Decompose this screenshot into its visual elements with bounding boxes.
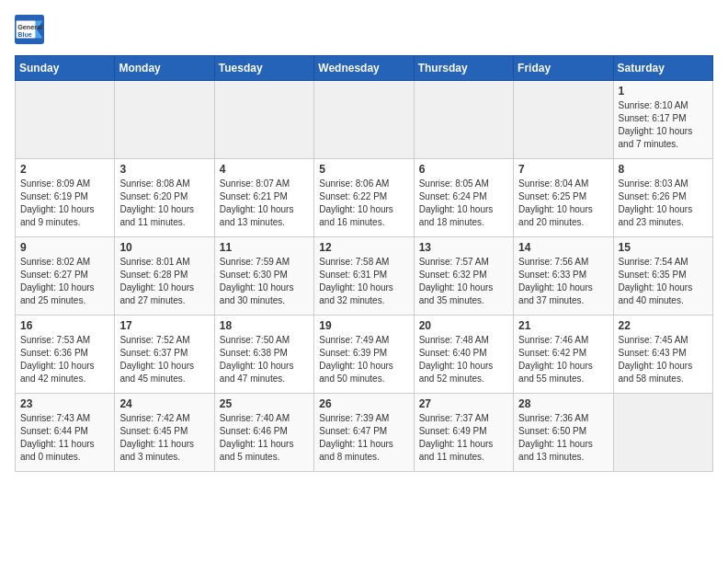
day-info: Sunrise: 7:53 AM Sunset: 6:36 PM Dayligh… <box>20 334 109 385</box>
day-number: 2 <box>20 163 109 176</box>
day-number: 19 <box>319 319 408 332</box>
day-number: 3 <box>119 163 209 176</box>
day-info: Sunrise: 8:08 AM Sunset: 6:20 PM Dayligh… <box>119 178 209 229</box>
calendar-cell: 1Sunrise: 8:10 AM Sunset: 6:17 PM Daylig… <box>613 81 712 159</box>
day-number: 25 <box>220 397 309 410</box>
day-info: Sunrise: 8:07 AM Sunset: 6:21 PM Dayligh… <box>220 178 309 229</box>
calendar-cell <box>16 81 115 159</box>
day-info: Sunrise: 8:05 AM Sunset: 6:24 PM Dayligh… <box>419 178 508 229</box>
day-number: 4 <box>220 163 309 176</box>
day-info: Sunrise: 7:39 AM Sunset: 6:47 PM Dayligh… <box>319 412 408 464</box>
day-number: 12 <box>319 241 408 254</box>
day-info: Sunrise: 7:40 AM Sunset: 6:46 PM Dayligh… <box>220 412 309 464</box>
day-info: Sunrise: 8:09 AM Sunset: 6:19 PM Dayligh… <box>20 178 109 229</box>
calendar-cell: 17Sunrise: 7:52 AM Sunset: 6:37 PM Dayli… <box>115 316 214 394</box>
calendar-cell: 8Sunrise: 8:03 AM Sunset: 6:26 PM Daylig… <box>613 159 712 237</box>
day-number: 21 <box>518 319 608 332</box>
day-info: Sunrise: 8:02 AM Sunset: 6:27 PM Dayligh… <box>20 256 109 307</box>
calendar-cell: 20Sunrise: 7:48 AM Sunset: 6:40 PM Dayli… <box>414 316 513 394</box>
weekday-header-monday: Monday <box>115 56 214 81</box>
day-number: 23 <box>20 397 109 410</box>
day-number: 9 <box>20 241 109 254</box>
calendar-cell: 2Sunrise: 8:09 AM Sunset: 6:19 PM Daylig… <box>16 159 115 237</box>
day-number: 14 <box>518 241 608 254</box>
calendar-cell: 19Sunrise: 7:49 AM Sunset: 6:39 PM Dayli… <box>314 316 414 394</box>
day-number: 10 <box>119 241 209 254</box>
calendar-cell: 21Sunrise: 7:46 AM Sunset: 6:42 PM Dayli… <box>514 316 613 394</box>
day-info: Sunrise: 7:43 AM Sunset: 6:44 PM Dayligh… <box>20 412 109 464</box>
calendar-cell: 12Sunrise: 7:58 AM Sunset: 6:31 PM Dayli… <box>314 237 414 316</box>
calendar-cell <box>314 81 414 159</box>
calendar-cell: 28Sunrise: 7:36 AM Sunset: 6:50 PM Dayli… <box>514 394 613 472</box>
day-info: Sunrise: 7:36 AM Sunset: 6:50 PM Dayligh… <box>518 412 608 464</box>
day-number: 20 <box>419 319 508 332</box>
calendar-cell: 24Sunrise: 7:42 AM Sunset: 6:45 PM Dayli… <box>115 394 214 472</box>
calendar-cell: 13Sunrise: 7:57 AM Sunset: 6:32 PM Dayli… <box>414 237 513 316</box>
day-info: Sunrise: 8:10 AM Sunset: 6:17 PM Dayligh… <box>619 99 708 151</box>
day-info: Sunrise: 7:59 AM Sunset: 6:30 PM Dayligh… <box>220 256 309 307</box>
calendar-cell <box>115 81 214 159</box>
weekday-header-tuesday: Tuesday <box>214 56 313 81</box>
day-number: 22 <box>619 319 708 332</box>
day-info: Sunrise: 7:42 AM Sunset: 6:45 PM Dayligh… <box>119 412 209 464</box>
weekday-header-friday: Friday <box>514 56 613 81</box>
calendar-cell: 25Sunrise: 7:40 AM Sunset: 6:46 PM Dayli… <box>214 394 313 472</box>
day-info: Sunrise: 7:57 AM Sunset: 6:32 PM Dayligh… <box>419 256 508 307</box>
weekday-header-saturday: Saturday <box>613 56 712 81</box>
calendar-cell <box>613 394 712 472</box>
day-number: 24 <box>119 397 209 410</box>
weekday-header-thursday: Thursday <box>414 56 513 81</box>
day-number: 17 <box>119 319 209 332</box>
calendar-cell: 7Sunrise: 8:04 AM Sunset: 6:25 PM Daylig… <box>514 159 613 237</box>
day-info: Sunrise: 8:03 AM Sunset: 6:26 PM Dayligh… <box>619 178 708 229</box>
day-number: 11 <box>220 241 309 254</box>
day-number: 5 <box>319 163 408 176</box>
page-header: General Blue <box>15 15 713 44</box>
calendar-cell <box>214 81 313 159</box>
svg-text:Blue: Blue <box>17 30 32 39</box>
calendar-cell: 23Sunrise: 7:43 AM Sunset: 6:44 PM Dayli… <box>16 394 115 472</box>
day-number: 7 <box>518 163 608 176</box>
day-info: Sunrise: 7:50 AM Sunset: 6:38 PM Dayligh… <box>220 334 309 385</box>
weekday-header-sunday: Sunday <box>16 56 115 81</box>
calendar-cell: 16Sunrise: 7:53 AM Sunset: 6:36 PM Dayli… <box>16 316 115 394</box>
calendar-cell: 3Sunrise: 8:08 AM Sunset: 6:20 PM Daylig… <box>115 159 214 237</box>
day-info: Sunrise: 7:46 AM Sunset: 6:42 PM Dayligh… <box>518 334 608 385</box>
day-number: 28 <box>518 397 608 410</box>
day-info: Sunrise: 7:58 AM Sunset: 6:31 PM Dayligh… <box>319 256 408 307</box>
day-info: Sunrise: 7:49 AM Sunset: 6:39 PM Dayligh… <box>319 334 408 385</box>
day-number: 13 <box>419 241 508 254</box>
day-number: 8 <box>619 163 708 176</box>
calendar-cell <box>514 81 613 159</box>
calendar-cell: 27Sunrise: 7:37 AM Sunset: 6:49 PM Dayli… <box>414 394 513 472</box>
calendar-cell: 14Sunrise: 7:56 AM Sunset: 6:33 PM Dayli… <box>514 237 613 316</box>
day-info: Sunrise: 7:56 AM Sunset: 6:33 PM Dayligh… <box>518 256 608 307</box>
calendar-cell: 4Sunrise: 8:07 AM Sunset: 6:21 PM Daylig… <box>214 159 313 237</box>
day-number: 27 <box>419 397 508 410</box>
day-info: Sunrise: 7:54 AM Sunset: 6:35 PM Dayligh… <box>619 256 708 307</box>
day-number: 15 <box>619 241 708 254</box>
day-info: Sunrise: 7:52 AM Sunset: 6:37 PM Dayligh… <box>119 334 209 385</box>
day-number: 16 <box>20 319 109 332</box>
weekday-header-wednesday: Wednesday <box>314 56 414 81</box>
day-info: Sunrise: 8:04 AM Sunset: 6:25 PM Dayligh… <box>518 178 608 229</box>
calendar-cell: 18Sunrise: 7:50 AM Sunset: 6:38 PM Dayli… <box>214 316 313 394</box>
calendar-cell: 6Sunrise: 8:05 AM Sunset: 6:24 PM Daylig… <box>414 159 513 237</box>
calendar-cell: 10Sunrise: 8:01 AM Sunset: 6:28 PM Dayli… <box>115 237 214 316</box>
day-number: 1 <box>619 85 708 98</box>
day-info: Sunrise: 7:37 AM Sunset: 6:49 PM Dayligh… <box>419 412 508 464</box>
logo: General Blue <box>15 15 48 44</box>
day-number: 26 <box>319 397 408 410</box>
day-number: 18 <box>220 319 309 332</box>
calendar-cell: 5Sunrise: 8:06 AM Sunset: 6:22 PM Daylig… <box>314 159 414 237</box>
logo-icon: General Blue <box>15 15 44 44</box>
calendar-table: SundayMondayTuesdayWednesdayThursdayFrid… <box>15 55 713 472</box>
calendar-cell: 15Sunrise: 7:54 AM Sunset: 6:35 PM Dayli… <box>613 237 712 316</box>
day-info: Sunrise: 7:45 AM Sunset: 6:43 PM Dayligh… <box>619 334 708 385</box>
day-info: Sunrise: 7:48 AM Sunset: 6:40 PM Dayligh… <box>419 334 508 385</box>
calendar-cell: 9Sunrise: 8:02 AM Sunset: 6:27 PM Daylig… <box>16 237 115 316</box>
calendar-cell: 26Sunrise: 7:39 AM Sunset: 6:47 PM Dayli… <box>314 394 414 472</box>
calendar-cell: 11Sunrise: 7:59 AM Sunset: 6:30 PM Dayli… <box>214 237 313 316</box>
calendar-cell <box>414 81 513 159</box>
day-info: Sunrise: 8:01 AM Sunset: 6:28 PM Dayligh… <box>119 256 209 307</box>
